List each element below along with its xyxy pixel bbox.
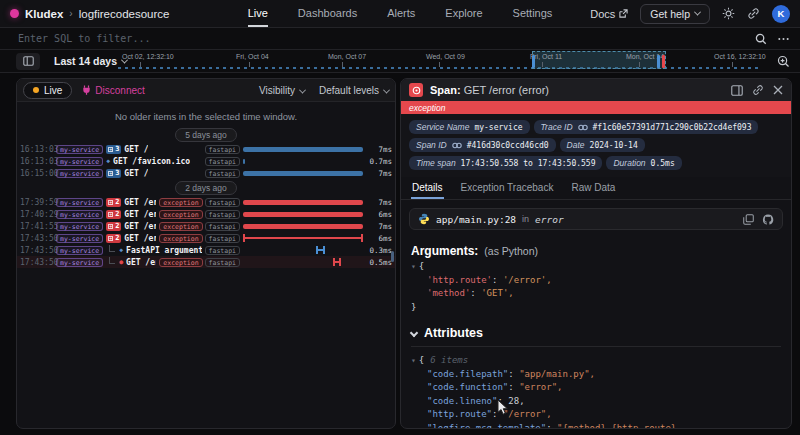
- trace-row[interactable]: 17:39:59my-service+2GET /errorexceptionf…: [17, 196, 395, 208]
- more-menu-icon[interactable]: [777, 33, 790, 45]
- nav-tab-live[interactable]: Live: [248, 0, 268, 27]
- scrollbar-thumb[interactable]: [391, 251, 394, 262]
- trace-row[interactable]: 17:41:55my-service+2GET /errorexceptionf…: [17, 220, 395, 232]
- live-button[interactable]: Live: [23, 82, 72, 99]
- span-title-prefix: Span:: [430, 84, 461, 96]
- code-location-bar[interactable]: app/main.py:28 in error: [409, 208, 783, 230]
- badge-label: Trace ID: [541, 122, 573, 132]
- sql-filter-input[interactable]: [10, 33, 745, 44]
- timeline-tick-mark: [140, 62, 141, 67]
- expand-icon: +: [108, 236, 113, 241]
- duration-bar-zone: [243, 143, 363, 155]
- duration-bar-zone: [243, 220, 363, 232]
- trace-title: GET /error: [124, 234, 156, 243]
- levels-dropdown[interactable]: Default levels: [319, 85, 389, 96]
- detail-tabs: DetailsException TracebackRaw Data: [401, 177, 791, 200]
- fold-icon[interactable]: ▾: [411, 356, 416, 365]
- breadcrumb: Kludex › logfirecodesource: [10, 8, 240, 20]
- nav-tab-settings[interactable]: Settings: [513, 0, 553, 27]
- service-tag: my-service: [56, 234, 103, 243]
- trace-title: GET /error (error): [126, 258, 156, 267]
- timeline-tick-mark: [439, 62, 440, 67]
- metadata-badge[interactable]: Service Namemy-service: [409, 120, 530, 134]
- child-count: 2: [115, 198, 119, 206]
- child-count-badge[interactable]: +2: [106, 198, 121, 207]
- code-in-label: in: [522, 214, 529, 224]
- tab-raw-data[interactable]: Raw Data: [570, 177, 616, 199]
- get-help-button[interactable]: Get help: [640, 4, 710, 24]
- nav-tab-alerts[interactable]: Alerts: [387, 0, 415, 27]
- trace-time: 17:40:29: [20, 210, 53, 219]
- trace-duration: 6ms: [366, 234, 392, 243]
- trace-row[interactable]: 16:13:03my-service+3GET /fastapi7ms: [17, 143, 395, 155]
- trace-duration: 0.3ms: [366, 246, 392, 255]
- brace: {: [419, 355, 424, 365]
- attributes-code-block: ▾{6 items"code.filepath": "app/main.py",…: [411, 354, 781, 428]
- tab-exception-traceback[interactable]: Exception Traceback: [460, 177, 555, 199]
- metadata-badge[interactable]: Duration0.5ms: [606, 156, 681, 170]
- visibility-dropdown[interactable]: Visibility: [259, 85, 305, 96]
- timeline-track[interactable]: Oct 02, 12:32:10Fri, Oct 04Mon, Oct 07We…: [118, 50, 762, 72]
- docs-link[interactable]: Docs: [590, 8, 628, 20]
- dock-panel-icon[interactable]: [731, 85, 743, 96]
- metadata-badge[interactable]: Span ID#416d30c0ccd46cd0: [409, 138, 556, 152]
- badge-label: Date: [567, 140, 585, 150]
- exception-tag: exception: [159, 210, 202, 219]
- py-value: 'GET',: [481, 288, 514, 298]
- trace-tags: exceptionfastapi: [159, 234, 240, 243]
- search-icon[interactable]: [755, 33, 767, 45]
- copy-link-icon[interactable]: [752, 84, 764, 96]
- github-icon[interactable]: [762, 214, 774, 225]
- user-avatar[interactable]: K: [772, 5, 790, 23]
- org-name[interactable]: Kludex: [25, 8, 63, 20]
- copy-icon[interactable]: [743, 214, 754, 225]
- child-count-badge[interactable]: +2: [106, 222, 121, 231]
- attr-value: "/error",: [503, 409, 552, 419]
- fastapi-tag: fastapi: [205, 222, 240, 231]
- trace-row[interactable]: 17:43:50my-service◆FastAPI argumentsfast…: [17, 244, 395, 256]
- child-count-badge[interactable]: +3: [106, 145, 121, 154]
- zoom-in-icon[interactable]: [777, 55, 790, 68]
- live-panel-header: Live Disconnect Visibility Default level…: [17, 79, 395, 102]
- project-name[interactable]: logfirecodesource: [79, 8, 170, 20]
- logfire-logo-icon[interactable]: [10, 9, 19, 18]
- disconnect-button[interactable]: Disconnect: [82, 85, 144, 96]
- nav-tab-dashboards[interactable]: Dashboards: [298, 0, 357, 27]
- brace: {: [419, 261, 424, 271]
- child-count-badge[interactable]: +2: [106, 210, 121, 219]
- metadata-badge[interactable]: Time span17:43:50.558 to 17:43:50.559: [409, 156, 602, 170]
- theme-toggle-icon[interactable]: [722, 7, 735, 20]
- expand-icon: +: [108, 200, 113, 205]
- tab-details[interactable]: Details: [411, 177, 444, 199]
- child-count: 2: [115, 222, 119, 230]
- metadata-badge[interactable]: Trace ID#f1c60e57391d771c290c0b22cd4ef09…: [534, 120, 759, 134]
- code-line: 'method': 'GET',: [411, 287, 781, 301]
- top-bar: Kludex › logfirecodesource LiveDashboard…: [0, 0, 800, 28]
- trace-row[interactable]: 16:13:03my-service◆GET /favicon.icofasta…: [17, 155, 395, 167]
- get-help-label: Get help: [650, 8, 690, 20]
- share-link-icon[interactable]: [747, 7, 760, 20]
- badge-label: Time span: [416, 158, 456, 168]
- trace-duration: 6ms: [366, 210, 392, 219]
- time-range-dropdown[interactable]: Last 14 days: [54, 55, 127, 67]
- fold-icon[interactable]: ▾: [411, 262, 416, 271]
- external-link-icon: [619, 9, 628, 18]
- attributes-heading[interactable]: Attributes: [411, 326, 781, 340]
- nav-tab-explore[interactable]: Explore: [445, 0, 482, 27]
- child-count-badge[interactable]: +2: [106, 234, 121, 243]
- trace-row[interactable]: 17:43:50my-service+2GET /errorexceptionf…: [17, 232, 395, 244]
- child-count: 2: [115, 210, 119, 218]
- sidebar-toggle-icon[interactable]: [16, 53, 40, 70]
- trace-title: GET /error: [124, 198, 156, 207]
- trace-row[interactable]: 17:43:50my-service●GET /error (error)exc…: [17, 256, 395, 268]
- trace-row[interactable]: 17:40:29my-service+2GET /errorexceptionf…: [17, 208, 395, 220]
- child-count-badge[interactable]: +3: [106, 169, 121, 178]
- trace-row[interactable]: 16:15:00my-service+3GET /fastapi7ms: [17, 167, 395, 179]
- close-icon[interactable]: [773, 85, 783, 95]
- trace-time: 17:43:50: [20, 258, 53, 267]
- metadata-badge[interactable]: Date2024-10-14: [560, 138, 645, 152]
- exception-tag: exception: [159, 258, 202, 267]
- span-header-actions: [731, 84, 783, 96]
- service-tag: my-service: [56, 145, 103, 154]
- chevron-down-icon: [410, 329, 418, 337]
